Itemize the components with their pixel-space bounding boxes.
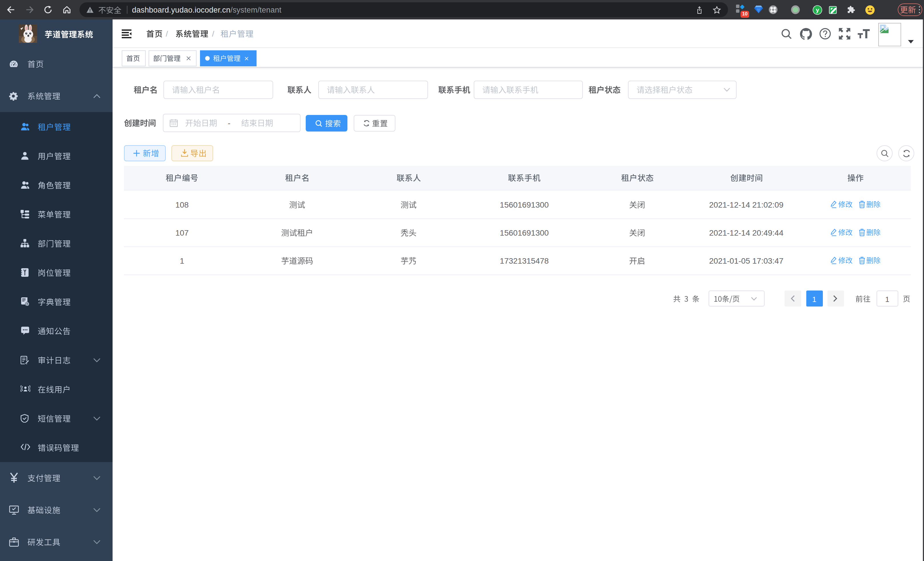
svg-text:y: y <box>816 7 819 13</box>
